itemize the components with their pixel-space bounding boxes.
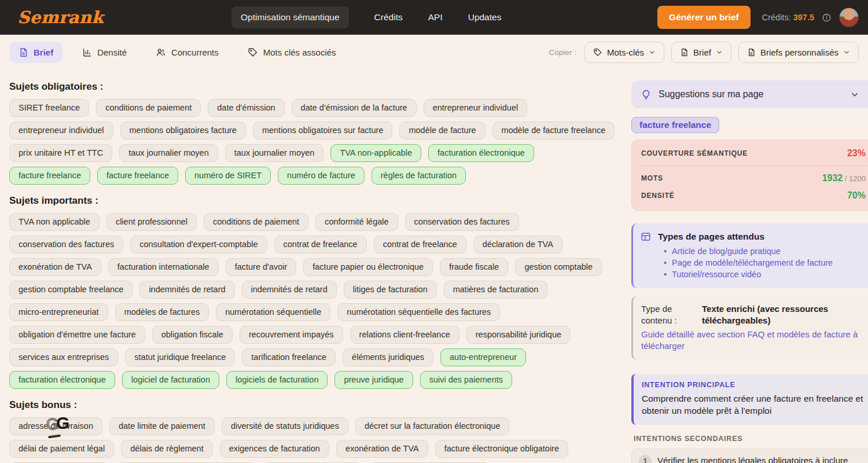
topic-chip[interactable]: conservation des factures — [9, 236, 123, 253]
content-type-guide-link[interactable]: Guide détaillé avec section FAQ et modèl… — [641, 329, 859, 352]
copy-button-label: Briefs personnalisés — [760, 47, 838, 57]
topic-chip[interactable]: numéro de SIRET — [185, 167, 271, 185]
topic-chip[interactable]: conformité légale — [315, 213, 398, 231]
topic-chip[interactable]: matières de facturation — [444, 281, 548, 299]
topic-chip[interactable]: micro-entrepreneuriat — [9, 303, 108, 321]
topic-chip[interactable]: facture d'avoir — [226, 258, 297, 276]
topic-chip[interactable]: facture électronique obligatoire — [435, 440, 568, 458]
topic-chip[interactable]: TVA non applicable — [9, 213, 100, 231]
main-intent-title: INTENTION PRINCIPALE — [642, 381, 867, 389]
tab-label: Concurrents — [171, 47, 219, 57]
topic-chip[interactable]: consultation d'expert-comptable — [130, 236, 267, 253]
generate-brief-button[interactable]: Générer un brief — [657, 6, 751, 29]
topic-chip[interactable]: règles de facturation — [372, 167, 466, 185]
stats-panel: COUVERTURE SÉMANTIQUE 23% MOTS 1932 / 12… — [631, 139, 868, 211]
topic-chip[interactable]: logiciels de facturation — [226, 371, 328, 389]
topic-chip[interactable]: facturation électronique — [9, 371, 115, 389]
topic-chip[interactable]: auto-entrepreneur — [440, 348, 526, 366]
topic-chip[interactable]: litiges de facturation — [344, 281, 437, 299]
topic-chip[interactable]: taux journalier moyen — [119, 144, 218, 162]
topic-chip[interactable]: services aux entreprises — [9, 348, 118, 366]
topic-chip[interactable]: exonération de TVA — [9, 258, 101, 276]
suggestions-header[interactable]: Suggestions sur ma page — [631, 80, 868, 108]
topic-chip[interactable]: prix unitaire HT et TTC — [9, 144, 112, 162]
page-type-item[interactable]: Page de modèle/téléchargement de facture — [664, 257, 867, 269]
topic-chip[interactable]: modèle de facture — [399, 122, 485, 139]
topic-chip[interactable]: SIRET freelance — [9, 99, 89, 117]
page-type-item[interactable]: Tutoriel/ressource vidéo — [664, 269, 867, 280]
topic-chip[interactable]: TVA non-applicable — [330, 144, 421, 162]
nav-item-credits[interactable]: Crédits — [374, 12, 403, 23]
topic-chip[interactable]: statut juridique freelance — [125, 348, 235, 366]
topic-chip[interactable]: responsabilité juridique — [466, 326, 571, 344]
topic-chip[interactable]: gestion comptable freelance — [9, 281, 133, 299]
main-nav: Optimisation sémantique Crédits API Upda… — [231, 6, 501, 28]
user-avatar[interactable] — [839, 8, 859, 27]
topic-chip[interactable]: déclaration de TVA — [473, 236, 562, 253]
topic-chip[interactable]: modèles de factures — [115, 303, 209, 321]
topic-chip[interactable]: diversité de statuts juridiques — [222, 417, 348, 435]
document-icon — [19, 47, 28, 57]
topic-chip[interactable]: éléments juridiques — [343, 348, 433, 366]
topic-chip[interactable]: client professionnel — [106, 213, 197, 231]
tab-densite[interactable]: Densité — [73, 42, 136, 63]
topic-chip[interactable]: date limite de paiement — [109, 417, 215, 435]
topic-chip[interactable]: tarification freelance — [242, 348, 336, 366]
topic-chip[interactable]: mentions obligatoires sur facture — [253, 122, 393, 139]
topic-chip[interactable]: indemnités de retard — [242, 281, 337, 299]
topic-chip[interactable]: fraude fiscale — [440, 258, 508, 276]
topic-chip[interactable]: preuve juridique — [334, 371, 413, 389]
section-title: Sujets bonus : — [9, 399, 623, 411]
topic-chip[interactable]: délais de règlement — [121, 440, 213, 458]
topic-chip[interactable]: obligation d'émettre une facture — [9, 326, 145, 344]
topic-chip[interactable]: exigences de facturation — [220, 440, 329, 458]
topic-chip[interactable]: numérotation séquentielle — [216, 303, 330, 321]
nav-item-updates[interactable]: Updates — [468, 12, 502, 23]
topic-chip[interactable]: facturation internationale — [108, 258, 219, 276]
topic-chip[interactable]: logiciel de facturation — [122, 371, 219, 389]
topic-chip[interactable]: contrat de freelance — [374, 236, 466, 253]
topic-chip[interactable]: obligation fiscale — [152, 326, 233, 344]
topic-chip[interactable]: suivi des paiements — [420, 371, 512, 389]
topic-chip[interactable]: conditions de paiement — [96, 99, 201, 117]
topic-chip[interactable]: taux journalier moyen — [225, 144, 324, 162]
copy-label: Copier : — [549, 48, 576, 57]
topic-chip[interactable]: entrepreneur individuel — [9, 122, 113, 139]
topic-chip[interactable]: contrat de freelance — [274, 236, 367, 253]
copy-keywords-button[interactable]: Mots-clés — [584, 42, 664, 63]
tab-concurrents[interactable]: Concurrents — [146, 42, 228, 63]
stat-label: DENSITÉ — [641, 192, 675, 200]
topic-chip[interactable]: facture freelance — [97, 167, 178, 185]
topic-chip[interactable]: délai de paiement légal — [9, 440, 114, 458]
page-type-item[interactable]: Article de blog/guide pratique — [664, 245, 867, 257]
topic-chip[interactable]: exonération de TVA — [336, 440, 428, 458]
topic-chip[interactable]: facturation électronique — [428, 144, 534, 162]
copy-custom-briefs-button[interactable]: Briefs personnalisés — [738, 42, 859, 63]
topic-chip[interactable]: date d'émission — [208, 99, 284, 117]
topic-chip[interactable]: décret sur la facturation électronique — [355, 417, 510, 435]
topic-chip[interactable]: indemnités de retard — [139, 281, 234, 299]
info-icon[interactable] — [822, 13, 831, 22]
nav-item-optimisation-semantique[interactable]: Optimisation sémantique — [231, 6, 349, 28]
topic-chip[interactable]: date d'émission de la facture — [292, 99, 417, 117]
tab-mots-cles-associes[interactable]: Mots clés associés — [238, 42, 345, 63]
topic-chip[interactable]: entrepreneur individuel — [424, 99, 528, 117]
nav-item-api[interactable]: API — [428, 12, 443, 23]
topic-chip[interactable]: gestion comptable — [515, 258, 602, 276]
topic-chip[interactable]: adresse de livraison — [9, 417, 102, 435]
topic-chip[interactable]: facture freelance — [9, 167, 90, 185]
chevron-down-icon — [843, 49, 850, 56]
topic-chip[interactable]: numérotation séquentielle des factures — [337, 303, 500, 321]
topic-chip[interactable]: conservation des factures — [405, 213, 519, 231]
topic-chip[interactable]: modèle de facture freelance — [492, 122, 615, 139]
topic-chip[interactable]: mentions obligatoires facture — [120, 122, 246, 139]
copy-brief-button[interactable]: Brief — [671, 42, 731, 63]
topic-chip[interactable]: numéro de facture — [278, 167, 365, 185]
topic-chip[interactable]: recouvrement impayés — [240, 326, 343, 344]
keyword-tag[interactable]: facture freelance — [631, 117, 719, 133]
topic-chip[interactable]: facture papier ou électronique — [303, 258, 433, 276]
topic-chip[interactable]: conditions de paiement — [204, 213, 308, 231]
credits-value: 397.5 — [793, 13, 814, 22]
topic-chip[interactable]: relations client-freelance — [350, 326, 459, 344]
tab-brief[interactable]: Brief — [9, 42, 62, 63]
